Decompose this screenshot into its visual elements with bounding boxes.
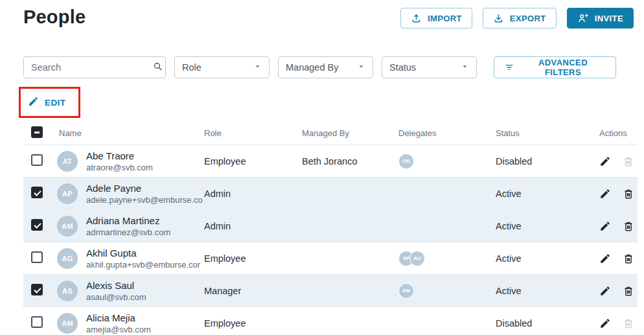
invite-button[interactable]: INVITE — [567, 8, 634, 29]
row-checkbox[interactable] — [31, 219, 43, 231]
person-name: Adele Payne — [86, 183, 204, 194]
filter-bar: Role Managed By Status ADVANCED FIL — [23, 56, 638, 78]
search-box[interactable] — [23, 56, 166, 78]
pencil-icon — [599, 285, 611, 297]
import-button[interactable]: IMPORT — [400, 8, 472, 29]
table-row[interactable]: AG Akhil Gupta akhil.gupta+svb@emburse.c… — [23, 242, 638, 275]
edit-button-label: EDIT — [45, 98, 65, 108]
edit-row-button[interactable] — [599, 253, 611, 264]
person-role: Employee — [204, 318, 302, 329]
person-name: Alexis Saul — [86, 280, 204, 291]
top-actions: IMPORT EXPORT INVITE — [400, 8, 634, 29]
trash-icon — [623, 285, 634, 297]
table-row[interactable]: AP Adele Payne adele.payne+svb@emburse.c… — [23, 178, 638, 210]
edit-row-button[interactable] — [599, 220, 611, 232]
edit-button[interactable]: EDIT — [28, 96, 65, 109]
trash-icon — [623, 253, 634, 264]
delete-row-button[interactable] — [623, 285, 634, 297]
person-role: Employee — [204, 253, 302, 264]
column-header-role: Role — [204, 128, 302, 138]
advanced-filters-button[interactable]: ADVANCED FILTERS — [494, 56, 616, 78]
role-filter-label: Role — [182, 62, 201, 73]
row-checkbox[interactable] — [31, 316, 43, 328]
avatar: AT — [57, 151, 78, 172]
person-status: Active — [496, 189, 594, 199]
delete-row-button[interactable] — [623, 253, 634, 264]
edit-row-button[interactable] — [599, 188, 611, 200]
avatar: AG — [57, 248, 78, 269]
managed-by-filter-dropdown[interactable]: Managed By — [278, 56, 373, 78]
person-status: Active — [496, 286, 594, 296]
avatar: AS — [57, 281, 78, 301]
person-name: Adriana Martinez — [86, 215, 204, 226]
delete-row-button — [623, 156, 634, 167]
export-button[interactable]: EXPORT — [483, 8, 557, 29]
person-status: Active — [496, 253, 594, 264]
person-email: akhil.gupta+svb@emburse.cor — [86, 260, 204, 270]
search-input[interactable] — [31, 62, 152, 73]
edit-row-button[interactable] — [599, 285, 611, 297]
person-plus-icon — [577, 12, 589, 24]
person-name: Abe Traore — [86, 150, 204, 161]
delegates: AFAU — [398, 251, 496, 266]
row-checkbox[interactable] — [31, 187, 43, 198]
trash-icon — [623, 188, 634, 200]
column-header-status: Status — [496, 128, 594, 138]
role-filter-dropdown[interactable]: Role — [174, 56, 270, 78]
import-button-label: IMPORT — [428, 14, 462, 23]
person-email: asaul@svb.com — [86, 292, 204, 302]
row-checkbox[interactable] — [31, 251, 43, 263]
advanced-filters-label: ADVANCED FILTERS — [520, 58, 606, 77]
table-row[interactable]: AS Alexis Saul asaul@svb.com Manager AM … — [23, 275, 638, 307]
trash-icon — [623, 318, 634, 329]
delegate-badge: AU — [409, 251, 425, 266]
person-status: Active — [496, 221, 594, 231]
delegates: OK — [398, 154, 496, 169]
person-email: atraore@svb.com — [86, 163, 204, 172]
edit-button-annotation: EDIT — [19, 87, 80, 118]
export-button-label: EXPORT — [510, 14, 546, 23]
delete-row-button[interactable] — [623, 188, 634, 200]
filter-icon — [504, 62, 514, 73]
person-role: Employee — [204, 156, 302, 167]
person-email: adele.payne+svb@emburse.co — [86, 195, 204, 205]
delegate-badge: AM — [398, 283, 414, 299]
table-row[interactable]: AM Adriana Martinez adrmartinez@svb.com … — [23, 210, 638, 242]
delete-row-button[interactable] — [623, 220, 634, 232]
row-checkbox[interactable] — [31, 154, 43, 166]
column-header-actions: Actions — [594, 128, 638, 138]
select-all-checkbox[interactable] — [31, 126, 43, 138]
top-bar: People IMPORT EXPORT — [23, 6, 638, 29]
status-filter-label: Status — [389, 62, 416, 73]
edit-row-button[interactable] — [599, 156, 611, 167]
chevron-down-icon — [357, 62, 365, 73]
row-checkbox[interactable] — [31, 284, 43, 295]
table-header-row: Name Role Managed By Delegates Status Ac… — [23, 122, 638, 145]
managed-by-filter-label: Managed By — [286, 62, 338, 73]
status-filter-dropdown[interactable]: Status — [382, 56, 477, 78]
person-name: Akhil Gupta — [86, 248, 204, 259]
person-role: Manager — [204, 286, 302, 296]
edit-row-button[interactable] — [599, 318, 611, 329]
table-row[interactable]: AM Alicia Mejia amejia@svb.com Employee … — [23, 307, 638, 335]
download-icon — [493, 13, 504, 24]
pencil-icon — [599, 188, 611, 200]
managed-by: Beth Joranco — [302, 156, 398, 167]
pencil-icon — [599, 253, 611, 264]
pencil-icon — [599, 156, 611, 167]
person-role: Admin — [204, 189, 302, 199]
delete-row-button — [623, 318, 634, 329]
person-status: Disabled — [496, 318, 594, 329]
avatar: AP — [57, 183, 78, 204]
column-header-managed-by: Managed By — [302, 128, 398, 138]
upload-icon — [411, 13, 422, 24]
person-email: adrmartinez@svb.com — [86, 227, 204, 237]
person-email: amejia@svb.com — [86, 325, 204, 334]
avatar: AM — [57, 216, 78, 237]
table-row[interactable]: AT Abe Traore atraore@svb.com Employee B… — [23, 145, 638, 178]
person-role: Admin — [204, 221, 302, 231]
person-status: Disabled — [496, 156, 594, 167]
column-header-delegates: Delegates — [398, 128, 496, 138]
chevron-down-icon — [461, 62, 469, 73]
people-table-body: AT Abe Traore atraore@svb.com Employee B… — [23, 145, 638, 335]
